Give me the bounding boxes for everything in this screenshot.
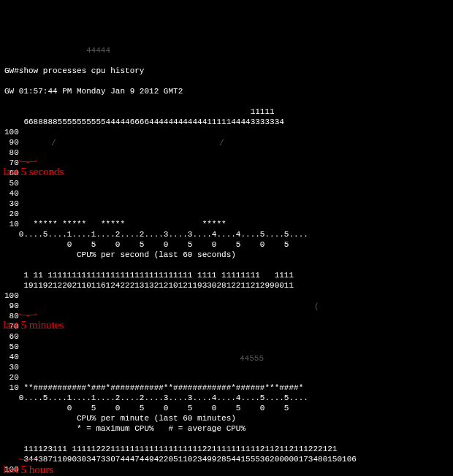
y-axis-label: 100	[4, 291, 19, 300]
y-axis-label: 90	[4, 302, 19, 310]
graph-row: 10 **###########*###*###########**######…	[4, 383, 303, 392]
chart-caption: CPU% per minute (last 60 minutes)	[4, 414, 236, 423]
terminal-output: GW#show processes cpu history GW 01:57:4…	[0, 51, 453, 476]
y-axis-label: 60	[4, 332, 19, 341]
x-axis: 0....5....1....1....2....2....3....3....…	[4, 394, 308, 402]
x-axis: 0....5....1....1....2....2....3....3....…	[4, 230, 308, 239]
hr-header-row2: 3443871109030347330744474494220511023499…	[4, 455, 357, 464]
y-axis-label: 30	[4, 363, 19, 372]
y-axis-label: 20	[4, 210, 19, 218]
hr-header-row1: 111123111 111112221111111111111111111221…	[4, 445, 337, 453]
min-header-row2: 1911921220211011612422213132121012119330…	[4, 281, 294, 290]
y-axis-label: 70	[4, 158, 19, 167]
x-axis-ticks: 0 5 0 5 0 5 0 5 0 5	[4, 404, 289, 412]
chart-caption: CPU% per second (last 60 seconds)	[4, 250, 236, 259]
y-axis-label: 100	[4, 465, 19, 474]
y-axis-label: 70	[4, 322, 19, 331]
prompt-text: GW#	[4, 66, 19, 75]
y-axis-label: 30	[4, 199, 19, 208]
legend-line: * = maximum CPU% # = average CPU%	[4, 424, 245, 433]
y-axis-label: 100	[4, 128, 19, 137]
y-axis-label: 80	[4, 312, 19, 320]
timestamp-line: GW 01:57:44 PM Monday Jan 9 2012 GMT2	[4, 87, 183, 96]
y-axis-label: 40	[4, 189, 19, 198]
graph-row: 10 ***** ***** ***** *****	[4, 220, 226, 229]
sec-header-row2: 6688888555555555544444666644444444444411…	[4, 118, 284, 126]
y-axis-label: 50	[4, 179, 19, 188]
y-axis-label: 40	[4, 353, 19, 361]
x-axis-ticks: 0 5 0 5 0 5 0 5 0 5	[4, 240, 289, 249]
sec-header-row1: 11111	[4, 107, 275, 116]
y-axis-label: 60	[4, 169, 19, 177]
y-axis-label: 50	[4, 342, 19, 351]
y-axis-label: 90	[4, 138, 19, 147]
y-axis-label: 20	[4, 373, 19, 382]
y-axis-label: 80	[4, 148, 19, 157]
min-header-row1: 1 11 111111111111111111111111111111 1111…	[4, 271, 294, 280]
command-text[interactable]: show processes cpu history	[19, 66, 145, 75]
